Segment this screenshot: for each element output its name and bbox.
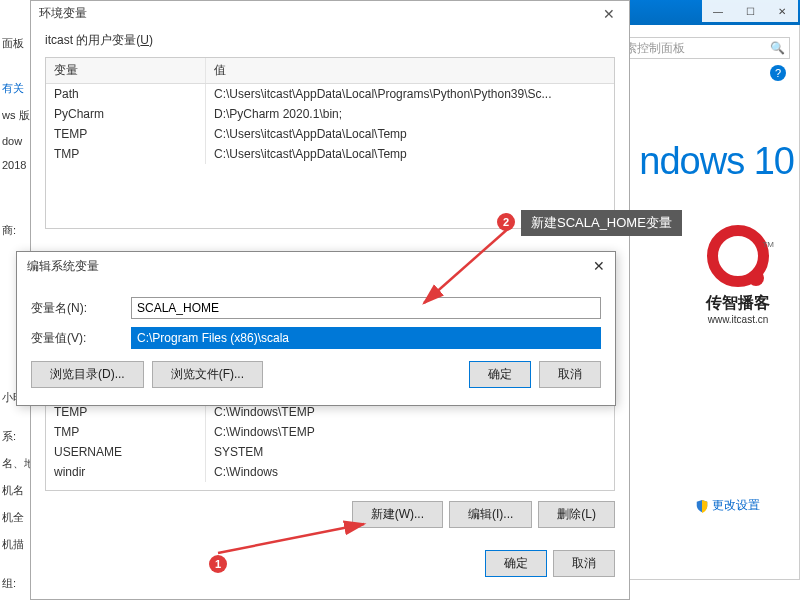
search-placeholder: 搜索控制面板 [613,40,770,57]
minimize-button[interactable]: — [702,0,734,22]
shield-icon [695,499,709,513]
itcast-logo: TM 传智播客 www.itcast.cn [706,225,770,325]
table-row[interactable]: windirC:\Windows [46,462,614,482]
browse-file-button[interactable]: 浏览文件(F)... [152,361,263,388]
env-vars-title: 环境变量 [39,5,87,22]
var-name-input[interactable] [131,297,601,319]
parent-window-buttons: — ☐ ✕ [702,0,798,22]
maximize-button[interactable]: ☐ [734,0,766,22]
table-row[interactable]: PyCharmD:\PyCharm 2020.1\bin; [46,104,614,124]
search-icon: 🔍 [770,41,785,55]
annotation-badge-2: 2 [497,213,515,231]
delete-sysvar-button[interactable]: 删除(L) [538,501,615,528]
user-vars-table[interactable]: 变量 值 PathC:\Users\itcast\AppData\Local\P… [45,57,615,229]
table-row[interactable]: USERNAMESYSTEM [46,442,614,462]
ok-button[interactable]: 确定 [485,550,547,577]
change-settings-link[interactable]: 更改设置 [695,497,760,514]
table-row[interactable]: PathC:\Users\itcast\AppData\Local\Progra… [46,84,614,104]
var-value-label: 变量值(V): [31,330,121,347]
edit-dialog-title: 编辑系统变量 [27,258,99,275]
table-row[interactable]: TMPC:\Windows\TEMP [46,422,614,442]
table-row[interactable]: TMPC:\Users\itcast\AppData\Local\Temp [46,144,614,164]
var-value-input[interactable] [131,327,601,349]
close-button[interactable]: ✕ [766,0,798,22]
col-value[interactable]: 值 [206,58,614,83]
browse-dir-button[interactable]: 浏览目录(D)... [31,361,144,388]
col-variable[interactable]: 变量 [46,58,206,83]
system-vars-table[interactable]: TEMPC:\Windows\TEMP TMPC:\Windows\TEMP U… [45,401,615,491]
annotation-callout-2: 新建SCALA_HOME变量 [521,210,682,236]
table-row[interactable]: TEMPC:\Users\itcast\AppData\Local\Temp [46,124,614,144]
cancel-button[interactable]: 取消 [539,361,601,388]
search-input[interactable]: 搜索控制面板 🔍 [608,37,790,59]
env-vars-titlebar: 环境变量 ✕ [31,1,629,26]
close-icon[interactable]: ✕ [597,6,621,22]
windows-10-brand: ndows 10 [639,140,794,183]
edit-dialog-titlebar: 编辑系统变量 ✕ [17,252,615,281]
edit-sysvar-button[interactable]: 编辑(I)... [449,501,532,528]
help-icon[interactable]: ? [770,65,786,81]
cancel-button[interactable]: 取消 [553,550,615,577]
ok-button[interactable]: 确定 [469,361,531,388]
user-vars-label: itcast 的用户变量(U) [31,26,629,55]
var-name-label: 变量名(N): [31,300,121,317]
edit-sysvar-dialog: 编辑系统变量 ✕ 变量名(N): 变量值(V): 浏览目录(D)... 浏览文件… [16,251,616,406]
close-icon[interactable]: ✕ [593,258,605,275]
control-panel-bg [600,20,800,580]
annotation-badge-1: 1 [209,555,227,573]
new-sysvar-button[interactable]: 新建(W)... [352,501,443,528]
